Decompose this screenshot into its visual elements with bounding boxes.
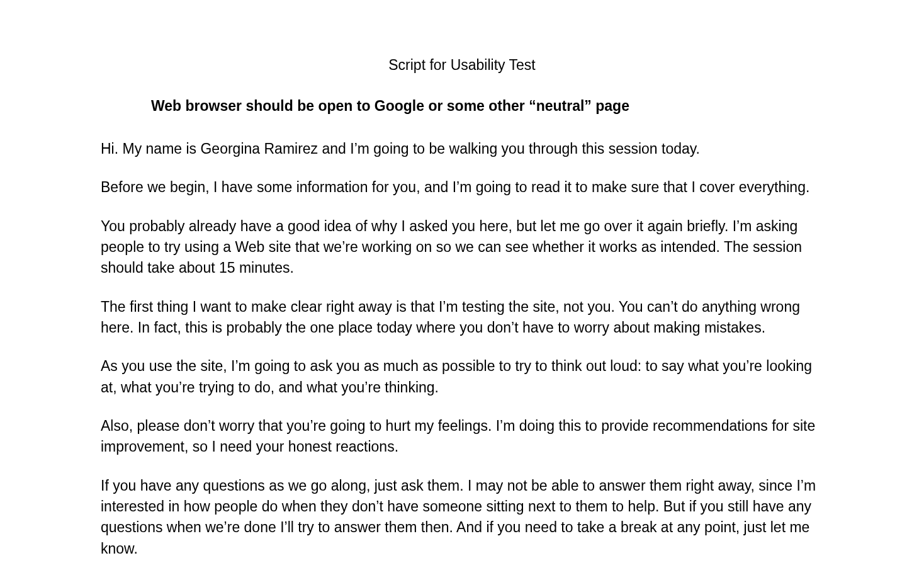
paragraph-honesty: Also, please don’t worry that you’re goi… <box>101 416 823 458</box>
paragraph-preamble: Before we begin, I have some information… <box>101 177 823 198</box>
paragraph-think-aloud: As you use the site, I’m going to ask yo… <box>101 356 823 398</box>
paragraph-intro: Hi. My name is Georgina Ramirez and I’m … <box>101 139 823 159</box>
document-title: Script for Usability Test <box>101 57 823 74</box>
paragraph-reassurance: The first thing I want to make clear rig… <box>101 297 823 339</box>
setup-instruction: Web browser should be open to Google or … <box>151 98 823 115</box>
paragraph-purpose: You probably already have a good idea of… <box>101 216 823 279</box>
paragraph-questions: If you have any questions as we go along… <box>101 475 823 559</box>
